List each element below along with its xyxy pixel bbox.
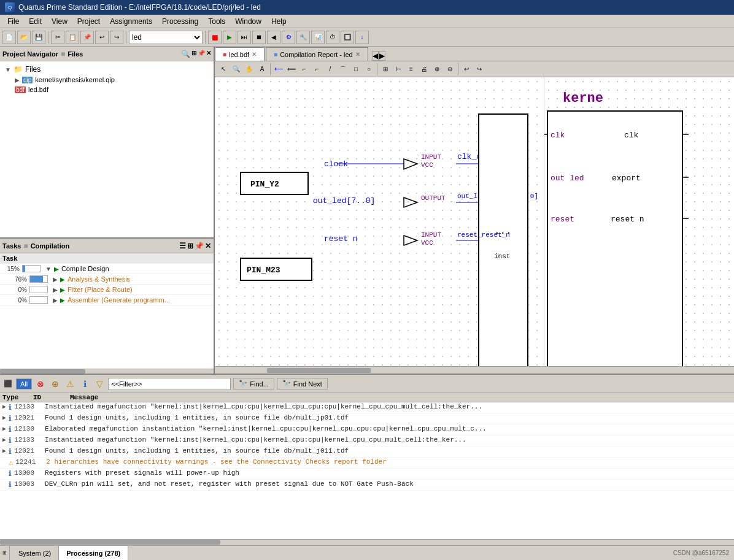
- schematic-canvas[interactable]: clock INPUT VCC clk_clk: [215, 77, 544, 366]
- menu-processing[interactable]: Processing: [157, 16, 203, 27]
- filter-warning-btn[interactable]: ⚠: [64, 378, 76, 390]
- compile-expand[interactable]: ▼: [45, 266, 52, 272]
- nav-kernel-qip[interactable]: ▶ qip kernel/synthesis/kernel.qip: [2, 75, 211, 85]
- h-scroll-thumb[interactable]: [267, 368, 371, 373]
- h-scrollbar[interactable]: [215, 366, 734, 374]
- sch-bend-btn[interactable]: ⌐: [311, 63, 323, 75]
- msg-row-4[interactable]: ▶ ℹ 12021 Found 1 design units, includin…: [0, 447, 734, 458]
- download-btn[interactable]: ↓: [355, 31, 369, 44]
- cut-btn[interactable]: ✂: [51, 31, 64, 44]
- task-fitter[interactable]: 0% ▶ ▶ Fitter (Place & Route): [0, 285, 214, 295]
- task-assembler[interactable]: 0% ▶ ▶ Assembler (Generate programm...: [0, 295, 214, 305]
- msg-row-5[interactable]: ▶ ⚠ 12241 2 hierarchies have connectivit…: [0, 458, 734, 469]
- nav-right-btn[interactable]: ▶: [379, 51, 385, 61]
- filter-critical-btn[interactable]: ⊕: [49, 378, 61, 390]
- menu-help[interactable]: Help: [266, 16, 292, 27]
- sch-sym-btn[interactable]: ⊞: [379, 63, 392, 75]
- tab-led-bdf[interactable]: ■ led.bdf ✕: [215, 47, 265, 61]
- asm-expand[interactable]: ▶: [53, 297, 58, 304]
- tasks-close-btn[interactable]: ✕: [205, 242, 211, 250]
- msg-row-2[interactable]: ▶ ℹ 12130 Elaborated megafunction instan…: [0, 424, 734, 435]
- sch-text-btn[interactable]: A: [256, 63, 268, 75]
- sch-rect-btn[interactable]: □: [350, 63, 362, 75]
- messages-scroll-thumb[interactable]: [0, 540, 220, 545]
- chip-btn[interactable]: 🔲: [341, 31, 354, 44]
- sch-paste-btn[interactable]: ⊖: [444, 63, 456, 75]
- tasks-scrollbar[interactable]: [0, 369, 214, 374]
- nav-left-btn[interactable]: ◀: [372, 51, 379, 61]
- sch-zoom-in-btn[interactable]: 🔍: [230, 63, 242, 75]
- msg-expand-2[interactable]: ▶: [2, 425, 6, 432]
- msg-row-3[interactable]: ▶ ℹ 12133 Instantiated megafunction "ker…: [0, 435, 734, 447]
- find-next-btn[interactable]: 🔭 Find Next: [277, 378, 328, 389]
- tasks-list-btn[interactable]: ☰: [179, 242, 186, 250]
- redo-btn[interactable]: ↪: [110, 31, 123, 44]
- filter-info-btn[interactable]: ℹ: [79, 378, 91, 390]
- sch-port-btn[interactable]: ⊢: [392, 63, 404, 75]
- messages-hscroll[interactable]: [0, 539, 734, 545]
- msg-expand-1[interactable]: ▶: [2, 414, 6, 421]
- msg-row-7[interactable]: ▶ ℹ 13003 DEV_CLRn pin will set, and not…: [0, 480, 734, 491]
- asm-btn[interactable]: 📊: [311, 31, 325, 44]
- fitter-btn[interactable]: 🔧: [296, 31, 310, 44]
- sch-bus-btn[interactable]: ⟸: [285, 63, 298, 75]
- bottom-tab-processing[interactable]: Processing (278): [59, 546, 128, 560]
- stop-btn[interactable]: ⏹: [252, 31, 266, 44]
- copy-btn[interactable]: 📋: [66, 31, 79, 44]
- menu-assignments[interactable]: Assignments: [105, 16, 157, 27]
- save-btn[interactable]: 💾: [32, 31, 45, 44]
- menu-project[interactable]: Project: [72, 16, 105, 27]
- task-compile[interactable]: 15% ▼ ▶ Compile Design: [0, 264, 214, 274]
- compile-btn[interactable]: ⏹: [208, 31, 222, 44]
- tasks-scroll-thumb[interactable]: [0, 369, 85, 374]
- nav-led-bdf[interactable]: bdf led.bdf: [2, 85, 211, 94]
- tab-compilation[interactable]: ■ Compilation Report - led ✕: [266, 47, 368, 61]
- filter-funnel-btn[interactable]: ▽: [93, 378, 106, 390]
- tab-compilation-close[interactable]: ✕: [355, 51, 360, 58]
- tasks-pin-btn[interactable]: 📌: [195, 242, 204, 250]
- new-file-btn[interactable]: 📄: [2, 31, 16, 44]
- fitter-expand[interactable]: ▶: [53, 286, 58, 293]
- tab-led-bdf-close[interactable]: ✕: [252, 51, 257, 58]
- sch-pan-btn[interactable]: ✋: [243, 63, 255, 75]
- msg-row-6[interactable]: ▶ ℹ 13000 Registers with preset signals …: [0, 469, 734, 480]
- nav-expand-btn[interactable]: ⊞: [191, 50, 196, 58]
- menu-edit[interactable]: Edit: [24, 16, 47, 27]
- sch-select-btn[interactable]: ↖: [217, 63, 230, 75]
- filter-all-btn[interactable]: All: [16, 378, 32, 389]
- sch-line-btn[interactable]: /: [324, 63, 336, 75]
- msg-row-0[interactable]: ▶ ℹ 12133 Instantiated megafunction "ker…: [0, 402, 734, 413]
- msg-row-1[interactable]: ▶ ℹ 12021 Found 1 design units, includin…: [0, 413, 734, 424]
- sch-wire-btn[interactable]: ⟵: [272, 63, 285, 75]
- menu-view[interactable]: View: [47, 16, 72, 27]
- undo-btn[interactable]: ↩: [95, 31, 109, 44]
- msg-expand-0[interactable]: ▶: [2, 403, 6, 410]
- filter-error-btn[interactable]: ⊗: [34, 378, 47, 390]
- msg-expand-4[interactable]: ▶: [2, 447, 6, 455]
- nav-files-folder[interactable]: ▼ 📁 Files: [2, 64, 211, 75]
- project-select[interactable]: led: [129, 31, 203, 44]
- filter-input[interactable]: [108, 378, 231, 390]
- menu-file[interactable]: File: [2, 16, 24, 27]
- compile-play[interactable]: ▶: [54, 266, 59, 272]
- sch-label-btn[interactable]: ≡: [405, 63, 417, 75]
- menu-window[interactable]: Window: [230, 16, 266, 27]
- sch-undo-btn[interactable]: ↩: [460, 63, 473, 75]
- start-btn[interactable]: ▶: [223, 31, 236, 44]
- msg-expand-3[interactable]: ▶: [2, 436, 6, 443]
- back-btn[interactable]: ◀: [267, 31, 280, 44]
- nav-close-btn[interactable]: ✕: [206, 50, 211, 58]
- paste-btn[interactable]: 📌: [80, 31, 94, 44]
- find-btn[interactable]: 🔭 Find...: [233, 378, 274, 389]
- nav-search-btn[interactable]: 🔍: [181, 50, 190, 58]
- nav-pin-btn[interactable]: 📌: [198, 50, 205, 58]
- menu-tools[interactable]: Tools: [203, 16, 230, 27]
- analyze-btn[interactable]: ⚙: [282, 31, 295, 44]
- asm-play[interactable]: ▶: [60, 297, 65, 304]
- tasks-expand-btn[interactable]: ⊞: [187, 242, 193, 250]
- compilation-canvas[interactable]: kerne clk out led reset: [544, 77, 734, 366]
- timing-btn[interactable]: ⏱: [326, 31, 339, 44]
- fitter-play[interactable]: ▶: [60, 286, 65, 293]
- sch-copy-btn[interactable]: ⊕: [431, 63, 443, 75]
- fast-fwd-btn[interactable]: ⏭: [238, 31, 251, 44]
